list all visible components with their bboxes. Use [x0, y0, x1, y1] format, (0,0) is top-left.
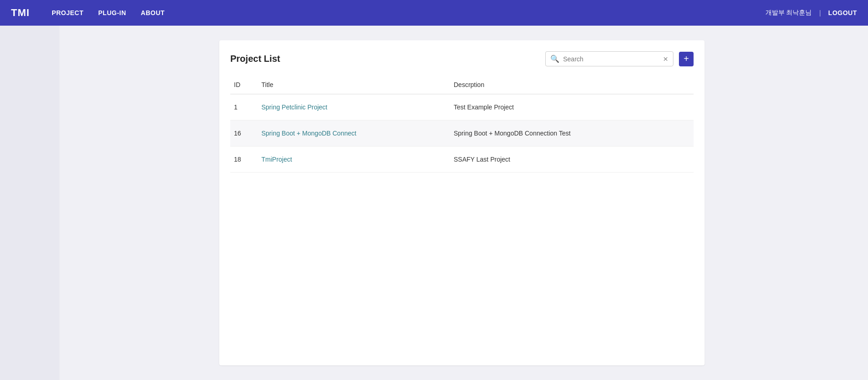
nav-plugin[interactable]: PLUG-IN [98, 9, 126, 16]
cell-title-3[interactable]: TmiProject [258, 147, 450, 173]
project-link-1[interactable]: Spring Petclinic Project [261, 103, 327, 111]
username-label: 개발부 최낙훈님 [765, 9, 812, 17]
add-project-button[interactable]: + [679, 52, 694, 66]
search-clear-icon[interactable]: ✕ [663, 55, 668, 63]
cell-title-2[interactable]: Spring Boot + MongoDB Connect [258, 120, 450, 147]
logout-button[interactable]: LOGOUT [828, 9, 857, 16]
project-panel: Project List 🔍 ✕ + ID Title [219, 40, 705, 365]
col-header-id: ID [230, 76, 258, 94]
panel-header: Project List 🔍 ✕ + [230, 51, 694, 66]
table-scroll-area: ID Title Descrption 1 Spring Petclinic P… [230, 76, 694, 173]
project-link-2[interactable]: Spring Boot + MongoDB Connect [261, 130, 356, 137]
table-header-row: ID Title Descrption [230, 76, 694, 94]
table-head: ID Title Descrption [230, 76, 694, 94]
cell-desc-1: Test Example Project [450, 94, 694, 120]
main-layout: Project List 🔍 ✕ + ID Title [0, 26, 868, 380]
header-left: TMI PROJECT PLUG-IN ABOUT [11, 7, 165, 19]
header-divider: | [819, 9, 821, 16]
cell-desc-3: SSAFY Last Project [450, 147, 694, 173]
panel-title: Project List [230, 54, 280, 64]
search-input[interactable] [563, 55, 663, 63]
content-area: Project List 🔍 ✕ + ID Title [60, 26, 868, 380]
table-row[interactable]: 16 Spring Boot + MongoDB Connect Spring … [230, 120, 694, 147]
header-right: 개발부 최낙훈님 | LOGOUT [765, 9, 857, 17]
table-row[interactable]: 1 Spring Petclinic Project Test Example … [230, 94, 694, 120]
cell-id-2: 16 [230, 120, 258, 147]
nav-about[interactable]: ABOUT [141, 9, 165, 16]
project-table: ID Title Descrption 1 Spring Petclinic P… [230, 76, 694, 173]
cell-desc-2: Spring Boot + MongoDB Connection Test [450, 120, 694, 147]
sidebar [0, 26, 60, 380]
nav-project[interactable]: PROJECT [52, 9, 84, 16]
col-header-desc: Descrption [450, 76, 694, 94]
search-box[interactable]: 🔍 ✕ [545, 51, 673, 66]
app-logo: TMI [11, 7, 30, 19]
cell-id-3: 18 [230, 147, 258, 173]
cell-title-1[interactable]: Spring Petclinic Project [258, 94, 450, 120]
table-body: 1 Spring Petclinic Project Test Example … [230, 94, 694, 173]
app-header: TMI PROJECT PLUG-IN ABOUT 개발부 최낙훈님 | LOG… [0, 0, 868, 26]
panel-actions: 🔍 ✕ + [545, 51, 694, 66]
col-header-title: Title [258, 76, 450, 94]
table-row[interactable]: 18 TmiProject SSAFY Last Project [230, 147, 694, 173]
cell-id-1: 1 [230, 94, 258, 120]
search-icon: 🔍 [550, 54, 559, 63]
project-link-3[interactable]: TmiProject [261, 156, 292, 163]
main-nav: PROJECT PLUG-IN ABOUT [52, 9, 165, 16]
